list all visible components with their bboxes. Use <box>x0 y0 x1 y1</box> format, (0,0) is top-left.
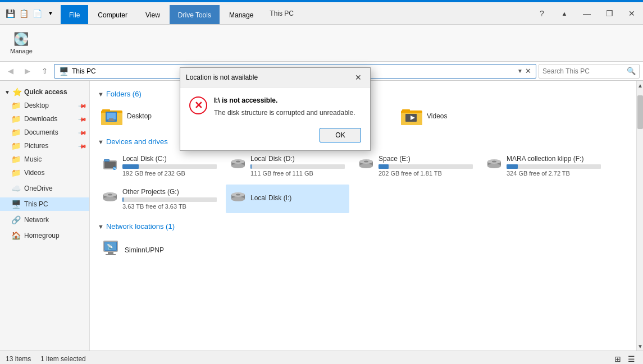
modal-overlay: Location is not available ✕ ✕ I:\ is not… <box>0 0 643 364</box>
error-icon: ✕ <box>189 96 207 114</box>
dialog-text: I:\ is not accessible. The disk structur… <box>214 96 361 117</box>
dialog-footer: OK <box>180 123 370 150</box>
dialog-error-line2: The disk structure is corrupted and unre… <box>214 109 361 117</box>
dialog-close-button[interactable]: ✕ <box>352 71 364 84</box>
dialog-title-label: Location is not available <box>186 73 258 81</box>
ok-button[interactable]: OK <box>320 128 361 142</box>
dialog-titlebar: Location is not available ✕ <box>180 68 370 87</box>
dialog-error-line1: I:\ is not accessible. <box>214 96 361 104</box>
dialog-body: ✕ I:\ is not accessible. The disk struct… <box>180 87 370 123</box>
error-dialog: Location is not available ✕ ✕ I:\ is not… <box>180 67 371 151</box>
